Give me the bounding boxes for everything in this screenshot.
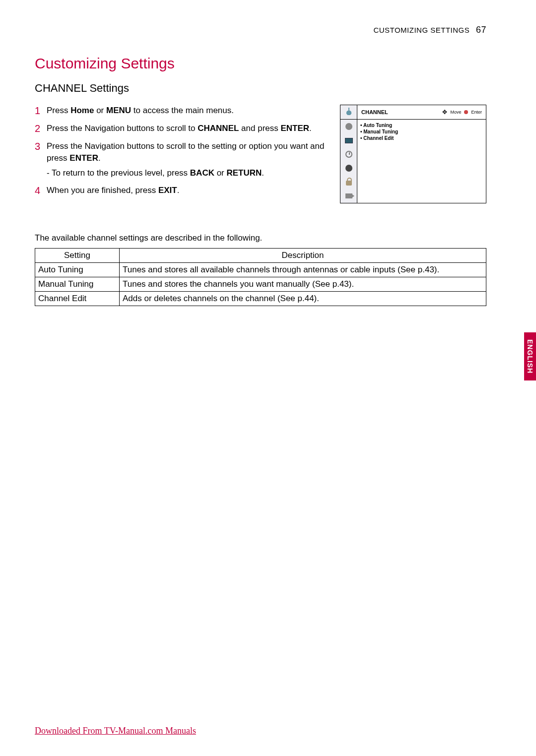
section-title: CHANNEL Settings [35, 82, 486, 95]
osd-sidebar [340, 120, 357, 203]
lock-icon [340, 175, 357, 189]
step-4: 4 When you are finished, press EXIT. [35, 185, 330, 196]
step-sub: - To return to the previous level, press… [47, 167, 330, 179]
cell-setting: Manual Tuning [35, 277, 120, 292]
osd-item-manual-tuning: Manual Tuning [360, 129, 483, 134]
cell-description: Adds or deletes channels on the channel … [120, 292, 486, 306]
cell-description: Tunes and stores all available channels … [120, 263, 486, 277]
screen-icon [340, 133, 357, 147]
cell-setting: Channel Edit [35, 292, 120, 306]
osd-header: CHANNEL ✥ Move Enter [340, 105, 486, 120]
step-1: 1 Press Home or MENU to access the main … [35, 105, 330, 117]
language-tab: ENGLISH [524, 332, 536, 380]
running-head-text: CUSTOMIZING SETTINGS [373, 26, 469, 34]
table-row: Manual Tuning Tunes and stores the chann… [35, 277, 486, 292]
step-body: Press the Navigation buttons to scroll t… [47, 140, 330, 179]
step-number: 2 [35, 123, 47, 134]
col-setting: Setting [35, 249, 120, 263]
step-body: When you are finished, press EXIT. [47, 185, 330, 196]
col-description: Description [120, 249, 486, 263]
clock-icon [340, 147, 357, 161]
step-number: 4 [35, 185, 47, 196]
osd-panel: CHANNEL ✥ Move Enter [340, 105, 486, 203]
step-3: 3 Press the Navigation buttons to scroll… [35, 140, 330, 179]
cell-description: Tunes and stores the channels you want m… [120, 277, 486, 292]
step-number: 1 [35, 105, 47, 117]
step-list: 1 Press Home or MENU to access the main … [35, 105, 330, 196]
page: CUSTOMIZING SETTINGS 67 Customizing Sett… [0, 0, 536, 326]
table-intro: The available channel settings are descr… [35, 233, 486, 243]
osd-body: Auto Tuning Manual Tuning Channel Edit [340, 120, 486, 203]
table-row: Channel Edit Adds or deletes channels on… [35, 292, 486, 306]
footer-download-link[interactable]: Downloaded From TV-Manual.com Manuals [35, 726, 196, 736]
page-number: 67 [476, 25, 486, 35]
hint-move: Move [450, 110, 461, 115]
antenna-icon [340, 105, 357, 119]
osd-hints: ✥ Move Enter [442, 109, 482, 116]
step-number: 3 [35, 140, 47, 179]
settings-table: Setting Description Auto Tuning Tunes an… [35, 248, 486, 306]
osd-menu-list: Auto Tuning Manual Tuning Channel Edit [357, 120, 486, 203]
content-row: 1 Press Home or MENU to access the main … [35, 105, 486, 203]
speaker-icon [340, 120, 357, 133]
table-row: Auto Tuning Tunes and stores all availab… [35, 263, 486, 277]
enter-icon [464, 110, 468, 114]
page-title: Customizing Settings [35, 55, 486, 72]
move-icon: ✥ [442, 109, 447, 116]
step-2: 2 Press the Navigation buttons to scroll… [35, 123, 330, 134]
running-header: CUSTOMIZING SETTINGS 67 [35, 25, 486, 35]
table-header-row: Setting Description [35, 249, 486, 263]
step-body: Press the Navigation buttons to scroll t… [47, 123, 330, 134]
osd-item-channel-edit: Channel Edit [360, 135, 483, 141]
steps: 1 Press Home or MENU to access the main … [35, 105, 330, 202]
osd-item-auto-tuning: Auto Tuning [360, 123, 483, 128]
cell-setting: Auto Tuning [35, 263, 120, 277]
input-icon [340, 189, 357, 203]
dot-icon [340, 161, 357, 175]
step-body: Press Home or MENU to access the main me… [47, 105, 330, 117]
hint-enter: Enter [471, 110, 482, 115]
osd-title-cell: CHANNEL ✥ Move Enter [357, 105, 486, 119]
osd-title: CHANNEL [361, 109, 388, 115]
